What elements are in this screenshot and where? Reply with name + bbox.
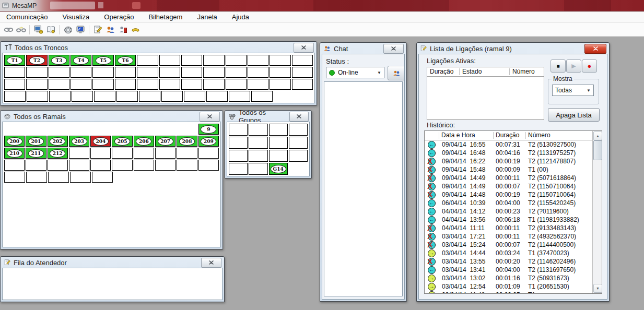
window-fila-do-atendedor[interactable]: Fila do Atendedor	[0, 256, 225, 302]
history-row[interactable]: →03/04/14 12:5400:01:09T1 (20651530)	[425, 282, 602, 291]
resource-cell-empty[interactable]	[248, 79, 268, 90]
resource-cell-empty[interactable]	[181, 67, 202, 78]
resource-cell-T4[interactable]: T4	[71, 55, 91, 66]
resource-cell-empty[interactable]	[90, 160, 111, 171]
scroll-up-icon[interactable]: ▲	[593, 132, 602, 140]
resource-cell-empty[interactable]	[289, 124, 308, 136]
resource-cell-empty[interactable]	[137, 55, 158, 66]
troncos-close-button[interactable]	[294, 43, 314, 53]
resource-cell-empty[interactable]	[112, 148, 132, 159]
resource-cell-empty[interactable]	[226, 67, 247, 78]
resource-cell-empty[interactable]	[49, 67, 69, 78]
resource-cell-empty[interactable]	[159, 67, 180, 78]
history-row[interactable]: ←04/04/14 13:5600:06:18T1 (11981933882)	[425, 216, 602, 224]
history-row[interactable]: ←X09/04/14 14:4900:00:11T2 (5071618864)	[425, 174, 602, 182]
history-row[interactable]: →03/04/14 14:4400:03:24T1 (37470023)	[425, 249, 602, 257]
resource-cell-empty[interactable]	[69, 148, 89, 159]
resource-cell-211[interactable]: 211	[26, 148, 46, 159]
history-row[interactable]: →03/04/14 13:0200:01:16T2 (50931673)	[425, 274, 602, 282]
resource-cell-210[interactable]: 210	[4, 148, 25, 159]
chat-titlebar[interactable]: Chat	[322, 43, 405, 54]
resource-cell-empty[interactable]	[184, 91, 205, 102]
resource-cell-empty[interactable]	[92, 67, 113, 78]
history-row[interactable]: ←X09/04/14 15:4800:00:09T1 (00)	[425, 165, 602, 174]
resource-cell-empty[interactable]	[248, 67, 268, 78]
resource-cell-empty[interactable]	[137, 79, 158, 90]
resource-cell-empty[interactable]	[269, 137, 288, 149]
history-row[interactable]: ←09/04/14 16:5500:07:31T2 (5130927500)	[425, 140, 602, 149]
mostra-combobox[interactable]: Todas ▼	[552, 85, 594, 96]
resource-cell-empty[interactable]	[49, 91, 71, 102]
history-scrollbar[interactable]: ▲ ▼	[592, 131, 602, 293]
resource-cell-empty[interactable]	[249, 137, 267, 149]
resource-cell-empty[interactable]	[249, 124, 267, 136]
resource-cell-empty[interactable]	[229, 91, 250, 102]
resource-cell-empty[interactable]	[137, 67, 158, 78]
resource-cell-empty[interactable]	[48, 172, 69, 183]
resource-cell-empty[interactable]	[159, 79, 180, 90]
operator-logout-icon[interactable]	[116, 24, 129, 35]
resource-cell-empty[interactable]	[71, 79, 91, 90]
fila-titlebar[interactable]: Fila do Atendedor	[2, 257, 223, 268]
menu-operacao[interactable]: Operação	[99, 12, 139, 22]
resource-cell-empty[interactable]	[251, 91, 273, 102]
resource-cell-empty[interactable]	[159, 55, 180, 66]
resource-cell-empty[interactable]	[71, 67, 91, 78]
dial-phone-icon[interactable]	[62, 24, 74, 35]
resource-cell-203[interactable]: 203	[69, 136, 89, 147]
resource-cell-empty[interactable]	[112, 160, 132, 171]
resource-cell-empty[interactable]	[69, 160, 89, 171]
history-row[interactable]: ←X03/04/14 17:2100:00:11T2 (4932562370)	[425, 232, 602, 241]
resource-cell-empty[interactable]	[92, 79, 113, 90]
lista-close-button[interactable]	[584, 44, 606, 54]
resource-cell-empty[interactable]	[26, 79, 47, 90]
chat-close-button[interactable]	[383, 44, 404, 54]
resource-cell-empty[interactable]	[203, 55, 224, 66]
resource-cell-empty[interactable]	[134, 148, 154, 159]
terminal-config-icon[interactable]	[32, 24, 44, 35]
resource-cell-empty[interactable]	[269, 124, 288, 136]
resource-cell-empty[interactable]	[270, 55, 290, 66]
resource-cell-empty[interactable]	[4, 79, 25, 90]
resource-cell-empty[interactable]	[49, 79, 69, 90]
resource-cell-208[interactable]: 208	[177, 136, 197, 147]
apaga-lista-button[interactable]: Apaga Lista	[548, 108, 600, 122]
resource-cell-empty[interactable]	[139, 91, 160, 102]
history-row[interactable]: ←X03/04/14 15:2400:00:07T2 (1144400500)	[425, 241, 602, 249]
resource-cell-201[interactable]: 201	[26, 136, 46, 147]
resource-cell-empty[interactable]	[292, 79, 313, 90]
menu-janela[interactable]: Janela	[192, 12, 222, 22]
troncos-titlebar[interactable]: Todos os Troncos	[2, 42, 315, 53]
col-numero[interactable]: Número	[525, 132, 602, 139]
resource-cell-empty[interactable]	[134, 160, 154, 171]
resource-cell-empty[interactable]	[270, 67, 290, 78]
resource-cell-empty[interactable]	[26, 160, 46, 171]
connect-link-icon[interactable]	[2, 24, 15, 35]
resource-cell-empty[interactable]	[181, 79, 202, 90]
resource-cell-empty[interactable]	[177, 148, 197, 159]
history-row[interactable]: ←06/04/14 10:3900:04:00T2 (1155420245)	[425, 199, 602, 207]
chat-message-area[interactable]	[324, 81, 403, 296]
resource-cell-empty[interactable]	[269, 150, 288, 162]
history-row[interactable]: ←04/04/14 14:1200:00:23T2 (?0119600)	[425, 207, 602, 216]
col-estado[interactable]: Estado	[460, 68, 510, 75]
resource-cell-empty[interactable]	[292, 67, 313, 78]
chat-status-combobox[interactable]: On-line ▼	[326, 67, 384, 78]
resource-cell-empty[interactable]	[26, 67, 47, 78]
resource-cell-empty[interactable]	[161, 91, 183, 102]
phone-book-icon[interactable]	[44, 24, 57, 35]
resource-cell-empty[interactable]	[177, 160, 197, 171]
resource-cell-empty[interactable]	[94, 91, 115, 102]
resource-cell-G14[interactable]: G14	[269, 163, 288, 175]
app-titlebar[interactable]: MesaMP	[0, 0, 644, 11]
lista-titlebar[interactable]: Lista de Ligações (ramal 9)	[418, 43, 607, 54]
resource-cell-empty[interactable]	[249, 150, 267, 162]
resource-cell-empty[interactable]	[116, 91, 138, 102]
resource-cell-empty[interactable]	[229, 150, 248, 162]
resource-cell-empty[interactable]	[206, 91, 228, 102]
history-row[interactable]: ←03/04/14 13:4100:04:00T2 (1131697650)	[425, 266, 602, 274]
resource-cell-empty[interactable]	[4, 91, 26, 102]
history-row[interactable]: ←X09/04/14 14:4800:00:19T2 (1150710064)	[425, 190, 602, 199]
menu-ajuda[interactable]: Ajuda	[227, 12, 254, 22]
resource-cell-empty[interactable]	[289, 150, 308, 162]
